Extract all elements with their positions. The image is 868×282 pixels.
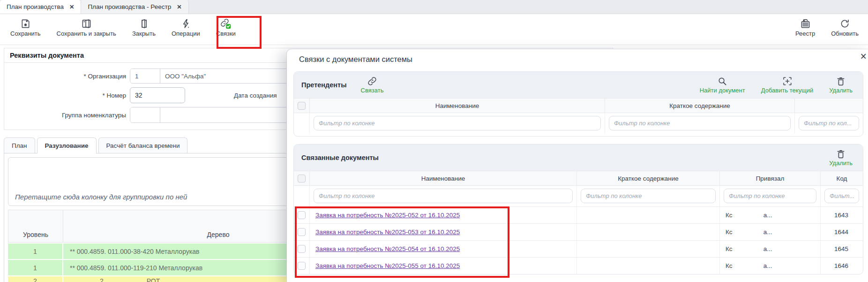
tab-close-icon[interactable]: ✕ — [177, 3, 181, 10]
tab-close-icon[interactable]: ✕ — [69, 3, 74, 10]
linked-by-cell: Кс а... — [720, 224, 821, 240]
select-all-checkbox[interactable] — [298, 175, 306, 183]
linked-document-row[interactable]: Заявка на потребность №2025-054 от 16.10… — [294, 240, 863, 257]
candidates-label: Претенденты — [301, 81, 347, 89]
add-current-icon — [782, 76, 793, 86]
delete-candidates-button[interactable]: Удалить — [829, 76, 853, 94]
document-link[interactable]: Заявка на потребность №2025-053 от 16.10… — [315, 229, 460, 236]
candidates-panel: Претенденты Связать Найти документ — [293, 71, 863, 137]
candidates-table-header: Наименование Краткое содержание — [294, 98, 863, 113]
save-close-icon — [81, 18, 92, 29]
linked-document-row[interactable]: Заявка на потребность №2025-055 от 16.10… — [294, 257, 863, 274]
subtab-razuzlovanie[interactable]: Разузлование — [37, 137, 97, 153]
app-window: План производства ✕ План производства - … — [0, 0, 868, 282]
creation-date-label: Дата создания — [234, 92, 277, 99]
modal-title: Связки с документами системы — [287, 49, 868, 64]
column-header-level[interactable]: Уровень — [8, 210, 63, 243]
organization-label: * Организация — [10, 73, 130, 80]
delete-linked-button[interactable]: Удалить — [829, 149, 853, 167]
filter-code-input[interactable] — [824, 189, 859, 203]
filter-summary-input[interactable] — [581, 189, 716, 203]
search-icon — [717, 76, 727, 86]
linked-table-header: Наименование Краткое содержание Привязал… — [294, 171, 863, 186]
toolbar: Сохранить Сохранить и закрыть Закрыть — [0, 14, 868, 45]
candidates-actions: Найти документ Добавить текущий — [700, 76, 855, 94]
code-cell: 1644 — [821, 224, 863, 240]
document-link[interactable]: Заявка на потребность №2025-054 от 16.10… — [315, 245, 460, 252]
column-header-summary[interactable]: Краткое содержание — [577, 171, 720, 185]
organization-name-input[interactable] — [160, 69, 289, 83]
candidates-panel-header: Претенденты Связать Найти документ — [294, 72, 863, 98]
save-and-close-button[interactable]: Сохранить и закрыть — [55, 17, 118, 38]
tree-fragment: РОТ — [147, 276, 160, 282]
filter-summary-input[interactable] — [609, 116, 791, 130]
row-checkbox[interactable] — [298, 262, 306, 270]
linked-actions: Удалить — [829, 149, 855, 167]
subtab-balance[interactable]: Расчёт баланса времени — [98, 137, 188, 153]
panel-bottom-pad — [294, 134, 863, 136]
row-checkbox[interactable] — [298, 245, 306, 253]
linked-document-row[interactable]: Заявка на потребность №2025-052 от 16.10… — [294, 206, 863, 223]
tab-plan-reestr[interactable]: План производства - Реестр ✕ — [81, 0, 188, 14]
chain-links-icon — [220, 18, 231, 29]
code-cell: 1643 — [821, 207, 863, 223]
nomenclature-group-field — [130, 107, 289, 123]
column-header-summary[interactable]: Краткое содержание — [605, 99, 795, 113]
modal-close-icon[interactable]: × — [861, 51, 867, 62]
filter-extra-input[interactable] — [799, 116, 859, 130]
candidates-filter-row — [294, 113, 863, 134]
linked-documents-label: Связанные документы — [301, 154, 379, 161]
linked-panel-header: Связанные документы Удалить — [294, 145, 863, 171]
column-header-extra[interactable] — [795, 99, 863, 113]
window-tab-bar: План производства ✕ План производства - … — [0, 0, 868, 14]
registry-button[interactable]: Реестр — [793, 17, 817, 38]
select-all-checkbox-cell — [294, 99, 310, 113]
column-header-name[interactable]: Наименование — [310, 171, 577, 185]
door-close-icon — [138, 18, 149, 29]
link-document-button[interactable]: Связать — [361, 76, 384, 94]
save-button[interactable]: Сохранить — [8, 17, 43, 38]
trash-icon — [836, 76, 846, 86]
summary-cell — [577, 224, 720, 240]
refresh-icon — [839, 18, 850, 29]
linked-document-row[interactable]: Заявка на потребность №2025-053 от 16.10… — [294, 223, 863, 240]
close-document-button[interactable]: Закрыть — [130, 17, 157, 38]
refresh-button[interactable]: Обновить — [829, 17, 861, 38]
group-by-hint: Перетащите сюда колонку для группировки … — [15, 193, 187, 201]
select-all-checkbox-cell — [294, 171, 310, 185]
row-checkbox[interactable] — [298, 228, 306, 236]
summary-cell — [577, 258, 720, 274]
filter-name-input[interactable] — [314, 116, 601, 130]
row-checkbox[interactable] — [298, 211, 306, 219]
linked-by-cell: Кс а... — [720, 258, 821, 274]
column-header-linked-by[interactable]: Привязал — [720, 171, 821, 185]
select-all-checkbox[interactable] — [298, 102, 306, 110]
document-link[interactable]: Заявка на потребность №2025-052 от 16.10… — [315, 212, 460, 219]
column-header-name[interactable]: Наименование — [310, 99, 605, 113]
find-document-button[interactable]: Найти документ — [700, 76, 745, 94]
summary-cell — [577, 241, 720, 257]
number-label: * Номер — [10, 92, 130, 99]
summary-cell — [577, 207, 720, 223]
subtab-plan[interactable]: План — [4, 137, 35, 153]
organization-field — [130, 69, 289, 84]
document-link[interactable]: Заявка на потребность №2025-055 от 16.10… — [315, 262, 460, 269]
column-header-code[interactable]: Код — [821, 171, 863, 185]
nomenclature-group-name-input[interactable] — [160, 107, 289, 122]
links-button[interactable]: Связки — [214, 17, 238, 38]
number-input[interactable] — [130, 87, 185, 103]
tab-plan-proizvodstva[interactable]: План производства ✕ — [0, 0, 81, 14]
add-current-button[interactable]: Добавить текущий — [761, 76, 814, 94]
linked-by-cell: Кс а... — [720, 241, 821, 257]
organization-code-input[interactable] — [130, 69, 160, 83]
nomenclature-group-code-input[interactable] — [130, 107, 160, 122]
code-cell: 1646 — [821, 258, 863, 274]
chain-link-icon — [367, 76, 377, 86]
tab-label: План производства — [7, 3, 64, 10]
linked-by-cell: Кс а... — [720, 207, 821, 223]
filter-name-input[interactable] — [314, 189, 573, 203]
operations-button[interactable]: Операции — [170, 17, 202, 38]
filter-linked-by-input[interactable] — [724, 189, 816, 203]
code-cell: 1645 — [821, 241, 863, 257]
trash-icon — [836, 149, 846, 159]
